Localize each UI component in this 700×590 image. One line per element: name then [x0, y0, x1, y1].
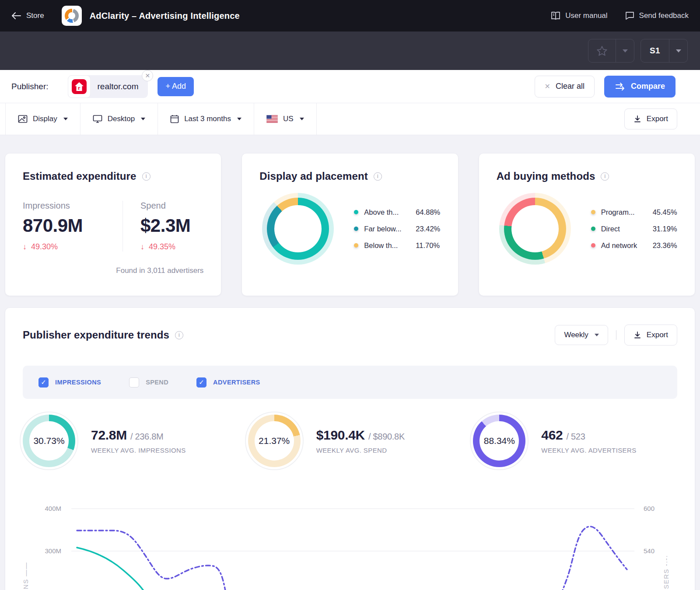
gauge-caption: WEEKLY AVG. SPEND	[316, 447, 405, 454]
book-icon	[551, 11, 560, 20]
weekly-avg-advertisers-stat: 88.34% 462 / 523 WEEKLY AVG. ADVERTISERS	[473, 415, 677, 467]
workspace-dropdown-button[interactable]	[669, 39, 687, 62]
ad-buying-legend: Program...45.45% Direct31.19% Ad network…	[591, 208, 677, 250]
svg-text:r: r	[78, 85, 80, 91]
download-icon	[634, 115, 641, 123]
chevron-down-icon	[63, 118, 68, 120]
legend-item: Far below...23.42%	[354, 225, 440, 233]
ad-placement-donut-chart	[262, 193, 334, 265]
publisher-chip-label: realtor.com	[98, 82, 139, 91]
add-publisher-button[interactable]: + Add	[158, 77, 194, 96]
right-axis-tick: 540	[644, 547, 654, 555]
weekly-avg-impressions-stat: 30.73% 72.8M / 236.8M WEEKLY AVG. IMPRES…	[23, 415, 227, 467]
impressions-label: Impressions	[23, 201, 122, 211]
legend-dot	[591, 227, 595, 231]
advertisers-gauge: 88.34%	[473, 415, 525, 467]
advertisers-line	[77, 527, 627, 590]
date-range-filter[interactable]: Last 3 months	[158, 103, 254, 135]
arrow-down-icon: ↓	[140, 242, 144, 251]
workspace-label: S1	[650, 46, 660, 56]
spend-change: ↓49.35%	[140, 242, 190, 251]
card-title: Ad buying methods	[497, 170, 595, 182]
legend-item: Direct31.19%	[591, 225, 677, 233]
feedback-bubble-icon	[625, 11, 634, 20]
gauge-caption: WEEKLY AVG. ADVERTISERS	[541, 447, 636, 454]
desktop-icon	[93, 115, 102, 123]
gauge-caption: WEEKLY AVG. IMPRESSIONS	[91, 447, 186, 454]
chevron-down-icon	[595, 334, 599, 336]
publisher-favicon: r	[68, 75, 91, 98]
trend-line-chart: 400M 300M 200M 600 540 480 IMPRESSIONS —…	[5, 485, 695, 590]
left-axis-title: IMPRESSIONS ——	[22, 562, 29, 590]
publisher-chip-realtor[interactable]: r realtor.com ✕	[68, 75, 148, 98]
export-button-trends[interactable]: Export	[624, 325, 677, 346]
legend-dot	[354, 243, 358, 248]
impressions-line	[77, 548, 152, 590]
report-toolbar: S1	[0, 31, 700, 70]
legend-item: Ad network23.36%	[591, 241, 677, 250]
ad-buying-methods-card: Ad buying methods i Program...45.45% Dir…	[479, 154, 695, 296]
display-media-icon	[18, 115, 28, 123]
favorite-split-button	[588, 39, 634, 63]
info-icon[interactable]: i	[601, 172, 609, 181]
legend-dot	[354, 210, 358, 214]
workspace-split-button: S1	[640, 39, 688, 63]
favorite-dropdown-button[interactable]	[616, 39, 634, 62]
publisher-expenditure-trends-card: Publisher expenditure trends i Weekly Ex…	[5, 308, 695, 590]
favorite-star-button[interactable]	[588, 39, 616, 62]
star-icon	[596, 45, 608, 56]
remove-publisher-button[interactable]: ✕	[142, 70, 153, 81]
send-feedback-link[interactable]: Send feedback	[625, 11, 689, 20]
granularity-dropdown[interactable]: Weekly	[555, 325, 608, 345]
trends-title: Publisher expenditure trends	[23, 329, 169, 341]
arrow-down-icon: ↓	[23, 242, 27, 251]
checkbox-icon: ✓	[38, 377, 49, 388]
chevron-down-icon	[141, 118, 145, 120]
chevron-down-icon	[237, 118, 242, 120]
compare-button[interactable]: Compare	[604, 76, 676, 98]
info-icon[interactable]: i	[175, 331, 183, 339]
toggle-spend[interactable]: ✓ SPEND	[129, 377, 168, 388]
send-feedback-label: Send feedback	[639, 11, 689, 20]
ad-buying-donut-chart	[499, 193, 571, 265]
estimated-expenditure-card: Estimated expenditure i Impressions 870.…	[5, 154, 221, 296]
card-title: Estimated expenditure	[23, 170, 136, 182]
top-app-bar: Store AdClarity – Advertising Intelligen…	[0, 0, 700, 31]
info-icon[interactable]: i	[374, 172, 382, 181]
legend-item: Program...45.45%	[591, 208, 677, 216]
store-label: Store	[26, 11, 44, 20]
spend-value: $2.3M	[140, 215, 190, 236]
checkbox-icon: ✓	[129, 377, 139, 388]
device-filter[interactable]: Desktop	[80, 103, 158, 135]
gauge-value: 462 / 523	[541, 428, 636, 443]
legend-dot	[591, 243, 595, 248]
spend-label: Spend	[140, 201, 190, 211]
legend-dot	[354, 227, 358, 231]
adclarity-logo	[62, 6, 82, 26]
divider	[616, 330, 616, 340]
workspace-button[interactable]: S1	[641, 39, 669, 62]
impressions-gauge: 30.73%	[23, 415, 75, 467]
toggle-advertisers[interactable]: ✓ ADVERTISERS	[196, 377, 260, 388]
user-manual-label: User manual	[565, 11, 607, 20]
display-ad-placement-card: Display ad placement i Above th...64.88%…	[242, 154, 458, 296]
info-icon[interactable]: i	[142, 172, 150, 181]
legend-item: Below th...11.70%	[354, 241, 440, 250]
back-to-store-link[interactable]: Store	[11, 11, 44, 20]
legend-item: Above th...64.88%	[354, 208, 440, 216]
spend-gauge: 21.37%	[248, 415, 301, 467]
realtor-logo-icon: r	[72, 79, 87, 94]
clear-all-button[interactable]: ✕ Clear all	[535, 76, 595, 98]
media-type-filter[interactable]: Display	[5, 103, 80, 135]
series-toggle-bar: ✓ IMPRESSIONS ✓ SPEND ✓ ADVERTISERS	[23, 366, 677, 399]
user-manual-link[interactable]: User manual	[551, 11, 607, 20]
ad-placement-legend: Above th...64.88% Far below...23.42% Bel…	[354, 208, 440, 250]
card-title: Display ad placement	[259, 170, 368, 182]
export-button-top[interactable]: Export	[624, 108, 677, 129]
toggle-impressions[interactable]: ✓ IMPRESSIONS	[38, 377, 101, 388]
clear-icon: ✕	[545, 82, 550, 91]
left-axis-tick: 400M	[45, 505, 61, 512]
country-filter[interactable]: US	[254, 103, 317, 135]
compare-arrows-icon	[615, 82, 625, 91]
dashboard-main: Estimated expenditure i Impressions 870.…	[0, 135, 700, 590]
